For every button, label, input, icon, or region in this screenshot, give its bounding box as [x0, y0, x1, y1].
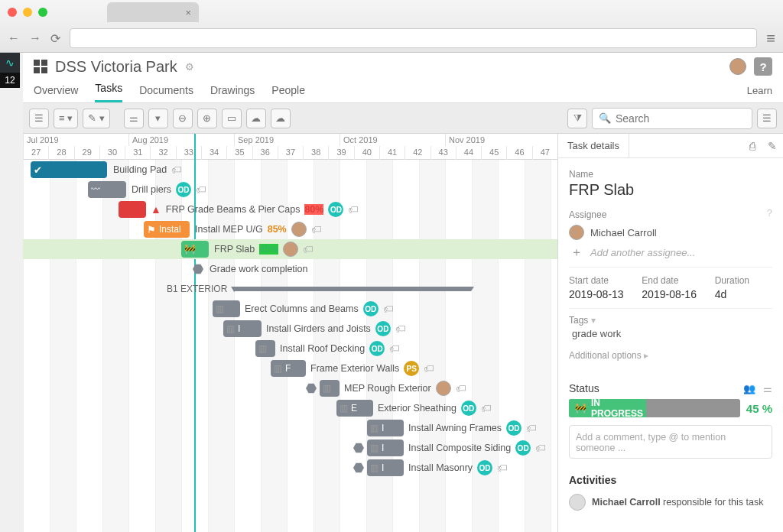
- task-bar[interactable]: ✔: [31, 161, 107, 178]
- task-row-install-masonry[interactable]: ▥IInstall Masonry OD 🏷: [23, 458, 557, 478]
- hamburger-icon[interactable]: ≡: [766, 30, 775, 47]
- forward-icon[interactable]: →: [29, 31, 41, 45]
- activity-sidebar[interactable]: ∿ 12: [0, 53, 20, 88]
- browser-tab[interactable]: ×: [107, 2, 199, 22]
- cloud-upload-icon[interactable]: ☁: [271, 109, 291, 128]
- tab-tasks[interactable]: Tasks: [95, 82, 122, 102]
- task-bar[interactable]: ▥: [320, 380, 340, 397]
- milestone-hex-icon[interactable]: [193, 264, 203, 274]
- comment-input[interactable]: Add a comment, type @ to mention someone…: [569, 425, 772, 459]
- gantt-panel[interactable]: Jul 2019Aug 2019Sep 2019Oct 2019Nov 2019…: [23, 134, 557, 532]
- edit-dropdown-icon[interactable]: ✎ ▾: [83, 109, 110, 128]
- task-bar[interactable]: ▥I: [367, 440, 404, 456]
- task-bar[interactable]: ⚑Instal: [144, 221, 190, 238]
- tab-documents[interactable]: Documents: [139, 84, 193, 102]
- task-bar[interactable]: ▥: [255, 340, 275, 357]
- task-row-grade-work-completion[interactable]: Grade work completion: [23, 259, 557, 279]
- tag-icon[interactable]: 🏷: [526, 422, 537, 434]
- tag-icon[interactable]: 🏷: [535, 442, 546, 454]
- task-bar[interactable]: 〰: [88, 181, 126, 198]
- window-close-dot[interactable]: [8, 8, 17, 17]
- task-row-install-awning[interactable]: ▥IInstall Awning Frames OD 🏷: [23, 418, 557, 438]
- learn-link[interactable]: Learn: [747, 85, 772, 102]
- filter-funnel-icon[interactable]: ⧩: [567, 109, 587, 128]
- progress-icon: 〰: [91, 184, 100, 195]
- tags-row[interactable]: Tags ▾ grade work: [569, 308, 772, 345]
- task-bar[interactable]: ▥: [213, 300, 240, 317]
- gantt-body[interactable]: ✔Building Pad 🏷〰Drill piers OD 🏷▲FRP Gra…: [23, 160, 557, 532]
- duration-field[interactable]: Duration 4d: [715, 275, 772, 300]
- start-date-field[interactable]: Start date 2019-08-13: [569, 275, 626, 300]
- tab-people[interactable]: People: [271, 84, 305, 102]
- help-assignee-icon[interactable]: ?: [767, 207, 772, 219]
- task-row-frame-exterior-walls[interactable]: ▥FFrame Exterior Walls PS 🏷: [23, 358, 557, 378]
- gear-icon[interactable]: ⚙: [185, 61, 194, 73]
- task-row-exterior-sheathing[interactable]: ▥EExterior Sheathing OD 🏷: [23, 398, 557, 418]
- project-title[interactable]: DSS Victoria Park: [55, 58, 177, 76]
- task-bar[interactable]: ▥I: [367, 420, 404, 436]
- task-bar[interactable]: ▥I: [223, 320, 262, 337]
- task-row-frp-slab[interactable]: 🚧FRP Slab 45% 🏷: [23, 239, 557, 259]
- user-avatar[interactable]: [729, 58, 746, 75]
- status-users-icon[interactable]: 👥: [743, 383, 755, 394]
- address-bar[interactable]: [70, 28, 757, 48]
- sliders-icon[interactable]: ⚌: [124, 109, 144, 128]
- tag-icon[interactable]: 🏷: [171, 164, 182, 176]
- project-grid-icon[interactable]: [34, 60, 47, 73]
- help-icon[interactable]: ?: [754, 57, 772, 76]
- tag-icon[interactable]: 🏷: [497, 462, 508, 474]
- filter-icon[interactable]: ▾: [148, 109, 168, 128]
- zoom-in-icon[interactable]: ⊕: [197, 109, 217, 128]
- task-bar[interactable]: ▥I: [367, 459, 404, 476]
- cloud-download-icon[interactable]: ☁: [246, 109, 266, 128]
- task-row-building-pad[interactable]: ✔Building Pad 🏷: [23, 160, 557, 180]
- task-bar[interactable]: ▥E: [336, 400, 373, 417]
- task-bar[interactable]: 🚧: [181, 241, 209, 258]
- group-dropdown-icon[interactable]: ≡ ▾: [54, 109, 78, 128]
- task-row-drill-piers[interactable]: 〰Drill piers OD 🏷: [23, 180, 557, 200]
- task-row-install-mep-ug[interactable]: ⚑InstalInstall MEP U/G 85% 🏷: [23, 219, 557, 239]
- tag-icon[interactable]: 🏷: [389, 342, 400, 355]
- toggle-right-panel-icon[interactable]: ☰: [757, 109, 777, 128]
- zoom-out-icon[interactable]: ⊖: [173, 109, 193, 128]
- edit-pencil-icon[interactable]: ✎: [762, 140, 783, 152]
- tab-overview[interactable]: Overview: [34, 84, 78, 102]
- additional-options[interactable]: Additional options ▸: [569, 345, 772, 371]
- end-date-field[interactable]: End date 2019-08-16: [642, 275, 699, 300]
- tag-icon[interactable]: 🏷: [383, 303, 394, 315]
- add-assignee-button[interactable]: ＋ Add another assignee...: [569, 245, 772, 261]
- status-settings-icon[interactable]: ⚌: [763, 383, 772, 394]
- details-tab[interactable]: Task details: [558, 134, 629, 157]
- task-row-frp-grade-beams[interactable]: ▲FRP Grade Beams & Pier Caps 80% OD 🏷: [23, 200, 557, 219]
- toggle-left-panel-icon[interactable]: ☰: [29, 109, 49, 128]
- task-row-install-composite[interactable]: ▥IInstall Composite Siding OD 🏷: [23, 438, 557, 458]
- tag-icon[interactable]: 🏷: [395, 323, 406, 335]
- task-row-install-roof-decking[interactable]: ▥Install Roof Decking OD 🏷: [23, 339, 557, 358]
- task-bar[interactable]: ▥F: [271, 360, 306, 377]
- window-zoom-dot[interactable]: [38, 8, 47, 17]
- tag-icon[interactable]: 🏷: [456, 382, 466, 394]
- tag-icon[interactable]: 🏷: [311, 223, 322, 235]
- task-name[interactable]: FRP Slab: [569, 181, 772, 199]
- print-icon[interactable]: ⎙: [743, 140, 762, 152]
- tag-icon[interactable]: 🏷: [196, 183, 206, 196]
- reload-icon[interactable]: ⟳: [50, 31, 60, 46]
- window-minimize-dot[interactable]: [23, 8, 32, 17]
- task-bar[interactable]: [119, 201, 146, 218]
- search-box[interactable]: 🔍: [592, 108, 752, 129]
- tag-icon[interactable]: 🏷: [303, 243, 314, 255]
- task-row-install-girders[interactable]: ▥IInstall Girders and Joists OD 🏷: [23, 319, 557, 339]
- search-input[interactable]: [616, 112, 738, 125]
- tag-icon[interactable]: 🏷: [424, 362, 434, 375]
- task-row-mep-rough-exterior[interactable]: ▥MEP Rough Exterior 🏷: [23, 378, 557, 398]
- tag-icon[interactable]: 🏷: [348, 203, 359, 216]
- close-tab-icon[interactable]: ×: [185, 7, 191, 18]
- tag-icon[interactable]: 🏷: [481, 402, 492, 414]
- status-progress[interactable]: 🚧 IN PROGRESS 45 %: [569, 399, 772, 417]
- task-row-b1-exterior[interactable]: B1 EXTERIOR ▼: [23, 279, 557, 299]
- task-row-erect-columns[interactable]: ▥Erect Columns and Beams OD 🏷: [23, 299, 557, 319]
- assignee-row[interactable]: Michael Carroll: [569, 225, 772, 240]
- today-icon[interactable]: ▭: [222, 109, 242, 128]
- tab-drawings[interactable]: Drawings: [210, 84, 255, 102]
- back-icon[interactable]: ←: [8, 31, 20, 45]
